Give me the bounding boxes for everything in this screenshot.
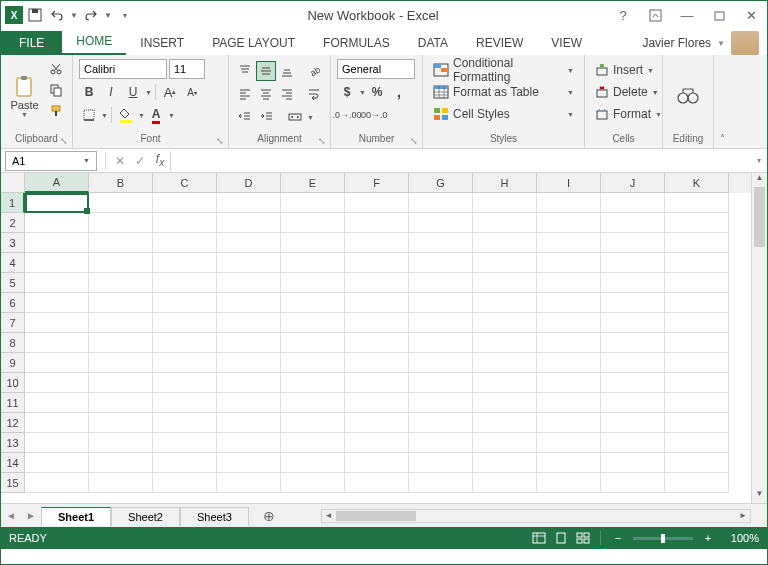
cell[interactable]: [89, 433, 153, 453]
cell[interactable]: [281, 353, 345, 373]
page-break-view-button[interactable]: [572, 529, 594, 547]
cell[interactable]: [217, 413, 281, 433]
sheet-nav-prev[interactable]: ◄: [1, 505, 21, 527]
undo-button[interactable]: [47, 5, 67, 25]
percent-button[interactable]: %: [367, 82, 387, 102]
cell[interactable]: [473, 213, 537, 233]
cell[interactable]: [89, 293, 153, 313]
delete-cells-button[interactable]: Delete ▼: [591, 81, 656, 103]
cell[interactable]: [89, 373, 153, 393]
cell[interactable]: [217, 213, 281, 233]
zoom-slider[interactable]: [633, 537, 693, 540]
cell[interactable]: [537, 433, 601, 453]
cell[interactable]: [217, 253, 281, 273]
cell[interactable]: [409, 333, 473, 353]
column-header[interactable]: G: [409, 173, 473, 193]
cell[interactable]: [409, 433, 473, 453]
cell[interactable]: [153, 213, 217, 233]
cell[interactable]: [473, 373, 537, 393]
cell[interactable]: [281, 313, 345, 333]
cell[interactable]: [281, 433, 345, 453]
bold-button[interactable]: B: [79, 82, 99, 102]
cell[interactable]: [665, 393, 729, 413]
cell[interactable]: [537, 273, 601, 293]
cell[interactable]: [665, 233, 729, 253]
row-header[interactable]: 13: [1, 433, 25, 453]
cell[interactable]: [281, 273, 345, 293]
cell[interactable]: [601, 393, 665, 413]
cell[interactable]: [89, 393, 153, 413]
enter-formula-button[interactable]: ✓: [130, 151, 150, 171]
cell[interactable]: [473, 353, 537, 373]
cell[interactable]: [217, 353, 281, 373]
cell[interactable]: [665, 433, 729, 453]
wrap-text-button[interactable]: [305, 84, 324, 104]
cell[interactable]: [665, 413, 729, 433]
underline-button[interactable]: U: [123, 82, 143, 102]
row-header[interactable]: 15: [1, 473, 25, 493]
page-layout-view-button[interactable]: [550, 529, 572, 547]
cell[interactable]: [153, 233, 217, 253]
cell[interactable]: [345, 213, 409, 233]
cell[interactable]: [153, 393, 217, 413]
column-header[interactable]: A: [25, 173, 89, 193]
find-select-button[interactable]: [670, 59, 706, 133]
cells-area[interactable]: [25, 193, 751, 503]
format-as-table-button[interactable]: Format as Table ▼: [429, 81, 578, 103]
hscroll-right[interactable]: ►: [736, 510, 750, 522]
cell[interactable]: [345, 373, 409, 393]
redo-button[interactable]: [81, 5, 101, 25]
chevron-down-icon[interactable]: ▼: [359, 89, 365, 96]
cell[interactable]: [281, 193, 345, 213]
cell[interactable]: [665, 293, 729, 313]
cell[interactable]: [409, 413, 473, 433]
cell[interactable]: [601, 273, 665, 293]
cell[interactable]: [217, 233, 281, 253]
sheet-tab-3[interactable]: Sheet3: [180, 507, 249, 526]
cell[interactable]: [345, 393, 409, 413]
number-launcher[interactable]: ⤡: [410, 136, 418, 146]
zoom-level[interactable]: 100%: [731, 532, 759, 544]
column-header[interactable]: F: [345, 173, 409, 193]
clipboard-launcher[interactable]: ⤡: [60, 136, 68, 146]
row-header[interactable]: 14: [1, 453, 25, 473]
font-launcher[interactable]: ⤡: [216, 136, 224, 146]
cell[interactable]: [217, 293, 281, 313]
cell[interactable]: [153, 473, 217, 493]
cell[interactable]: [281, 393, 345, 413]
user-area[interactable]: Javier Flores ▼: [642, 31, 767, 55]
cell[interactable]: [217, 193, 281, 213]
cell[interactable]: [537, 313, 601, 333]
alignment-launcher[interactable]: ⤡: [318, 136, 326, 146]
cell[interactable]: [25, 293, 89, 313]
cell[interactable]: [537, 453, 601, 473]
cell[interactable]: [473, 253, 537, 273]
cell[interactable]: [537, 233, 601, 253]
column-header[interactable]: I: [537, 173, 601, 193]
cell[interactable]: [153, 433, 217, 453]
cell[interactable]: [153, 353, 217, 373]
cell[interactable]: [281, 293, 345, 313]
cell[interactable]: [473, 193, 537, 213]
save-button[interactable]: [25, 5, 45, 25]
cell[interactable]: [473, 313, 537, 333]
cell[interactable]: [345, 353, 409, 373]
zoom-in-button[interactable]: +: [697, 529, 719, 547]
row-header[interactable]: 2: [1, 213, 25, 233]
horizontal-scrollbar[interactable]: ◄ ►: [321, 509, 751, 523]
conditional-formatting-button[interactable]: Conditional Formatting ▼: [429, 59, 578, 81]
column-header[interactable]: D: [217, 173, 281, 193]
tab-formulas[interactable]: FORMULAS: [309, 31, 404, 55]
file-tab[interactable]: FILE: [1, 31, 62, 55]
cell[interactable]: [153, 453, 217, 473]
cell[interactable]: [217, 453, 281, 473]
cell[interactable]: [473, 413, 537, 433]
cell[interactable]: [25, 393, 89, 413]
cell[interactable]: [345, 193, 409, 213]
number-format-select[interactable]: [337, 59, 415, 79]
align-bottom-button[interactable]: [278, 61, 297, 81]
tab-insert[interactable]: INSERT: [126, 31, 198, 55]
column-header[interactable]: E: [281, 173, 345, 193]
comma-button[interactable]: ,: [389, 82, 409, 102]
redo-dropdown[interactable]: ▼: [103, 5, 113, 25]
